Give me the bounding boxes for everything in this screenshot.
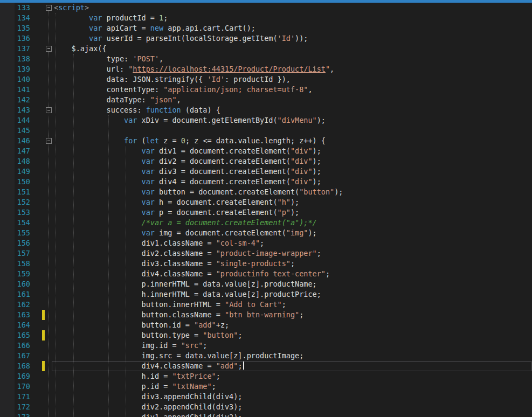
code-line[interactable]: 134 var productId = 1; [0,13,532,23]
line-number[interactable]: 141 [0,85,30,95]
code-line[interactable]: 158 div3.className = "single-products"; [0,259,532,269]
code-line[interactable]: 140 data: JSON.stringify({ 'Id': product… [0,74,532,85]
code-line[interactable]: 171 div3.appendChild(div4); [0,392,532,402]
code-line[interactable]: 166 img.id = "src"; [0,340,532,351]
code-text: /*var a = document.createElement("a");*/ [54,218,317,228]
line-number[interactable]: 146 [0,136,30,146]
line-number[interactable]: 135 [0,23,30,33]
code-text: success: function (data) { [54,105,220,115]
fold-collapse-icon[interactable] [46,107,52,113]
line-number[interactable]: 170 [0,381,30,392]
code-text: var h = document.createElement("h"); [54,197,299,207]
line-number[interactable]: 147 [0,146,30,156]
code-line[interactable]: 170 p.id = "txtName"; [0,381,532,392]
line-number[interactable]: 140 [0,74,30,85]
code-text: div2.appendChild(div3); [54,402,243,412]
line-number[interactable]: 154 [0,218,30,228]
line-number[interactable]: 155 [0,228,30,238]
code-line[interactable]: 172 div2.appendChild(div3); [0,402,532,412]
code-text: var productId = 1; [54,13,168,23]
code-line[interactable]: 173 div1.appendChild(div2); [0,412,532,417]
fold-collapse-icon[interactable] [46,138,52,144]
code-line[interactable]: 157 div2.className = "product-image-wrap… [0,248,532,259]
code-line[interactable]: 146 for (let z = 0; z <= data.value.leng… [0,136,532,146]
line-number[interactable]: 173 [0,412,30,417]
code-line[interactable]: 160 p.innerHTML = data.value[z].productN… [0,279,532,289]
line-number[interactable]: 162 [0,300,30,310]
line-number[interactable]: 167 [0,351,30,361]
code-line[interactable]: 161 h.innerHTML = data.value[z].productP… [0,289,532,300]
code-text: button.innerHTML = "Add to Cart"; [54,300,286,310]
code-text: contentType: "application/json; charset=… [54,85,313,95]
code-line[interactable]: 169 h.id = "txtPrice"; [0,371,532,381]
code-line[interactable]: 156 div1.className = "col-sm-4"; [0,238,532,248]
line-number[interactable]: 143 [0,105,30,115]
line-number[interactable]: 161 [0,289,30,300]
code-line[interactable]: 144 var xDiv = document.getElementById("… [0,115,532,126]
code-line[interactable]: 138 type: 'POST', [0,54,532,64]
line-number[interactable]: 169 [0,371,30,381]
line-number[interactable]: 153 [0,207,30,218]
code-line[interactable]: 149 var div3 = document.createElement("d… [0,166,532,177]
line-number[interactable]: 145 [0,126,30,136]
code-text: for (let z = 0; z <= data.value.length; … [54,136,326,146]
code-text: var div4 = document.createElement("div")… [54,177,321,187]
code-line[interactable]: 141 contentType: "application/json; char… [0,85,532,95]
line-number[interactable]: 138 [0,54,30,64]
line-number[interactable]: 163 [0,310,30,320]
line-number[interactable]: 156 [0,238,30,248]
code-line[interactable]: 136 var userId = parseInt(localStorage.g… [0,33,532,44]
code-line[interactable]: 155 var img = document.createElement("im… [0,228,532,238]
code-line[interactable]: 153 var p = document.createElement("p"); [0,207,532,218]
line-number[interactable]: 171 [0,392,30,402]
code-text: data: JSON.stringify({ 'Id': productId }… [54,74,291,85]
code-text: dataType: "json", [54,95,181,105]
line-number[interactable]: 134 [0,13,30,23]
code-line[interactable]: 142 dataType: "json", [0,95,532,105]
code-line[interactable]: 163 button.className = "btn btn-warning"… [0,310,532,320]
line-number[interactable]: 151 [0,187,30,197]
line-number[interactable]: 159 [0,269,30,279]
line-number[interactable]: 165 [0,330,30,340]
line-number[interactable]: 160 [0,279,30,289]
line-number[interactable]: 139 [0,64,30,74]
fold-collapse-icon[interactable] [46,5,52,11]
code-line[interactable]: 133<script> [0,3,532,13]
code-line[interactable]: 145 [0,126,532,136]
code-line[interactable]: 165 button.type = "button"; [0,330,532,340]
line-number[interactable]: 149 [0,166,30,177]
code-line[interactable]: 143 success: function (data) { [0,105,532,115]
line-number[interactable]: 168 [0,361,30,371]
code-line[interactable]: 137 $.ajax({ [0,44,532,54]
code-text: div1.appendChild(div2); [54,412,243,417]
line-number[interactable]: 166 [0,340,30,351]
line-number[interactable]: 148 [0,156,30,166]
line-number[interactable]: 136 [0,33,30,44]
line-number[interactable]: 172 [0,402,30,412]
code-line[interactable]: 162 button.innerHTML = "Add to Cart"; [0,300,532,310]
code-line[interactable]: 154 /*var a = document.createElement("a"… [0,218,532,228]
code-line[interactable]: 150 var div4 = document.createElement("d… [0,177,532,187]
fold-margin-line [49,8,49,417]
fold-collapse-icon[interactable] [46,46,52,52]
line-number[interactable]: 157 [0,248,30,259]
line-number[interactable]: 152 [0,197,30,207]
code-editor-window[interactable]: 133<script>134 var productId = 1;135 var… [0,0,532,417]
code-line[interactable]: 168 div4.className = "add"; [0,361,532,371]
line-number[interactable]: 150 [0,177,30,187]
line-number[interactable]: 158 [0,259,30,269]
line-number[interactable]: 144 [0,115,30,126]
code-line[interactable]: 147 var div1 = document.createElement("d… [0,146,532,156]
line-number[interactable]: 133 [0,3,30,13]
code-line[interactable]: 148 var div2 = document.createElement("d… [0,156,532,166]
code-line[interactable]: 152 var h = document.createElement("h"); [0,197,532,207]
code-line[interactable]: 139 url: "https://localhost:44315/Produc… [0,64,532,74]
code-line[interactable]: 164 button.id = "add"+z; [0,320,532,330]
line-number[interactable]: 137 [0,44,30,54]
code-line[interactable]: 135 var apiCart = new app.api.cart.Cart(… [0,23,532,33]
code-line[interactable]: 151 var button = document.createElement(… [0,187,532,197]
code-line[interactable]: 159 div4.className = "productinfo text-c… [0,269,532,279]
line-number[interactable]: 164 [0,320,30,330]
line-number[interactable]: 142 [0,95,30,105]
code-line[interactable]: 167 img.src = data.value[z].productImage… [0,351,532,361]
